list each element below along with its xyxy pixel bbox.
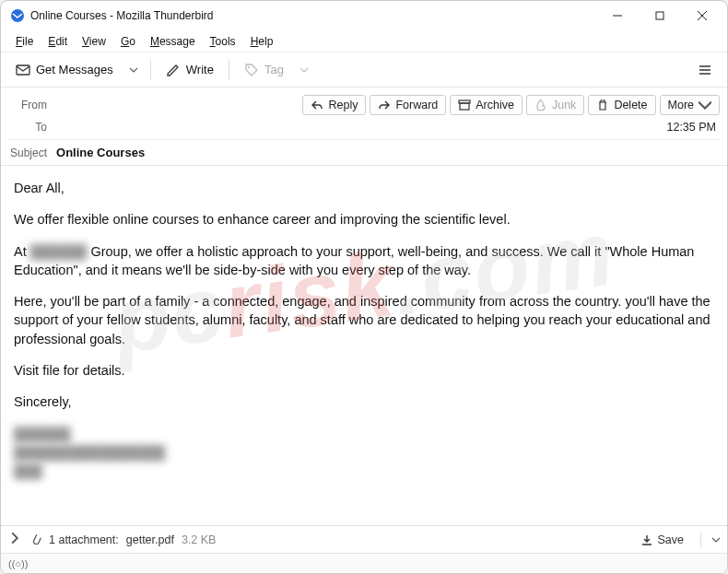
write-label: Write bbox=[186, 63, 214, 76]
delete-label: Delete bbox=[614, 99, 647, 111]
chevron-down-icon bbox=[699, 99, 711, 111]
to-label: To bbox=[8, 121, 54, 134]
message-header: From Reply Forward Archive Junk Delete bbox=[1, 88, 727, 165]
titlebar: Online Courses - Mozilla Thunderbird bbox=[1, 1, 727, 30]
more-label: More bbox=[668, 99, 694, 111]
svg-rect-5 bbox=[17, 65, 29, 75]
reply-label: Reply bbox=[328, 99, 358, 111]
from-label: From bbox=[8, 99, 54, 111]
attachment-size: 3.2 KB bbox=[182, 533, 217, 546]
svg-rect-2 bbox=[656, 12, 663, 19]
redacted-signature-1: ██████ bbox=[14, 427, 71, 441]
svg-point-0 bbox=[11, 9, 24, 22]
svg-point-6 bbox=[248, 66, 250, 68]
connection-indicator[interactable]: ((○)) bbox=[8, 558, 28, 569]
inbox-icon bbox=[16, 63, 30, 77]
attachment-filename[interactable]: getter.pdf bbox=[126, 533, 174, 546]
forward-label: Forward bbox=[395, 99, 438, 111]
redacted-signature-2: ████████████████ bbox=[14, 445, 165, 460]
message-body: Dear All, We offer flexible online cours… bbox=[1, 166, 727, 507]
subject-label: Subject bbox=[8, 146, 56, 159]
tag-button[interactable]: Tag bbox=[237, 58, 291, 82]
maximize-button[interactable] bbox=[639, 1, 681, 30]
attachment-bar: 1 attachment: getter.pdf 3.2 KB Save bbox=[1, 525, 727, 553]
menu-tools[interactable]: Tools bbox=[203, 33, 243, 50]
archive-button[interactable]: Archive bbox=[450, 95, 523, 115]
redacted-signature-3: ███ bbox=[14, 463, 42, 478]
signature: ██████ ████████████████ ███ bbox=[14, 425, 714, 481]
svg-rect-11 bbox=[460, 103, 469, 110]
menu-edit[interactable]: Edit bbox=[41, 33, 75, 50]
timestamp: 12:35 PM bbox=[666, 121, 720, 134]
hamburger-icon bbox=[698, 63, 712, 77]
tag-icon bbox=[244, 63, 259, 77]
download-icon bbox=[640, 533, 653, 546]
forward-button[interactable]: Forward bbox=[370, 95, 446, 115]
body-para-4: Visit file for details. bbox=[14, 361, 714, 380]
body-para-3: Here, you'll be part of a family - a con… bbox=[14, 292, 714, 348]
get-messages-label: Get Messages bbox=[36, 63, 113, 76]
menu-file[interactable]: File bbox=[8, 33, 41, 50]
save-label: Save bbox=[658, 533, 685, 546]
more-button[interactable]: More bbox=[660, 95, 720, 115]
save-attachment-button[interactable]: Save bbox=[635, 531, 690, 549]
redacted-company: ██████ bbox=[30, 244, 88, 259]
app-icon bbox=[10, 8, 25, 23]
minimize-button[interactable] bbox=[596, 1, 639, 30]
body-greeting: Dear All, bbox=[14, 179, 714, 197]
get-messages-button[interactable]: Get Messages bbox=[8, 58, 121, 82]
separator bbox=[150, 60, 151, 80]
toolbar: Get Messages Write Tag bbox=[1, 53, 727, 88]
trash-icon bbox=[596, 99, 609, 111]
junk-label: Junk bbox=[552, 99, 576, 111]
delete-button[interactable]: Delete bbox=[588, 95, 655, 115]
write-button[interactable]: Write bbox=[159, 58, 221, 82]
forward-icon bbox=[378, 99, 391, 111]
close-button[interactable] bbox=[681, 1, 723, 30]
subject-value: Online Courses bbox=[56, 146, 145, 159]
menu-go[interactable]: Go bbox=[113, 33, 143, 50]
archive-label: Archive bbox=[476, 99, 514, 111]
attachment-count: 1 attachment: bbox=[49, 533, 119, 546]
expand-attachments[interactable] bbox=[8, 532, 21, 547]
menu-view[interactable]: View bbox=[75, 33, 113, 50]
get-messages-dropdown[interactable] bbox=[124, 62, 143, 78]
flame-icon bbox=[534, 99, 547, 111]
tag-dropdown[interactable] bbox=[295, 62, 313, 78]
body-para-1: We offer flexible online courses to enha… bbox=[14, 210, 714, 228]
reply-icon bbox=[311, 99, 323, 111]
body-para-2: At ██████ Group, we offer a holistic app… bbox=[14, 242, 714, 280]
separator bbox=[229, 60, 229, 80]
window-title: Online Courses - Mozilla Thunderbird bbox=[30, 9, 596, 22]
tag-label: Tag bbox=[264, 63, 284, 76]
menu-help[interactable]: Help bbox=[243, 33, 281, 50]
reply-button[interactable]: Reply bbox=[302, 95, 366, 115]
paperclip-icon bbox=[29, 532, 41, 547]
status-bar: ((○)) bbox=[1, 553, 727, 573]
archive-icon bbox=[458, 99, 471, 111]
junk-button[interactable]: Junk bbox=[526, 95, 584, 115]
menubar: File Edit View Go Message Tools Help bbox=[1, 30, 727, 53]
menu-message[interactable]: Message bbox=[143, 33, 203, 50]
appmenu-button[interactable] bbox=[690, 58, 720, 82]
save-dropdown[interactable] bbox=[712, 533, 720, 546]
pencil-icon bbox=[166, 63, 181, 77]
body-signoff: Sincerely, bbox=[14, 392, 714, 411]
separator bbox=[700, 533, 701, 547]
